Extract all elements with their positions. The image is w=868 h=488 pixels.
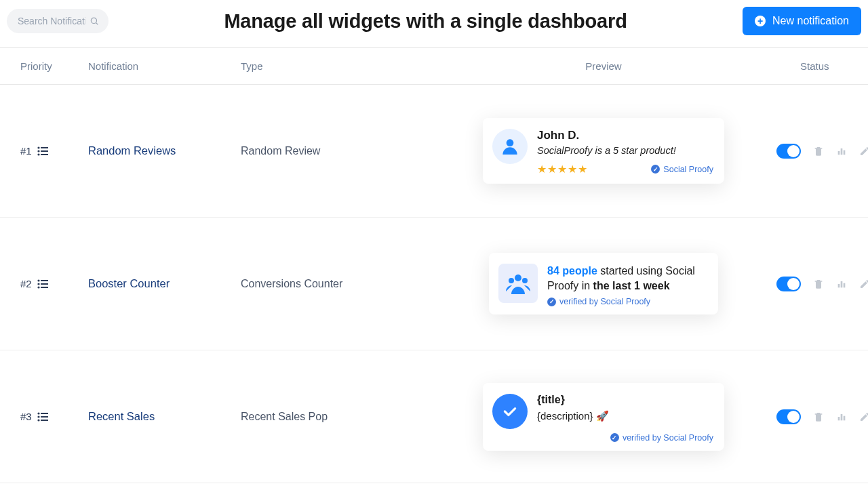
- priority-cell: #1: [20, 145, 88, 157]
- col-type: Type: [241, 60, 444, 72]
- svg-rect-10: [841, 148, 843, 155]
- verified-badge: verified by Social Proofy: [537, 433, 713, 443]
- new-notification-label: New notification: [772, 15, 849, 27]
- svg-rect-11: [844, 150, 846, 155]
- sales-description: {description} 🚀: [537, 410, 713, 422]
- svg-point-8: [507, 139, 514, 146]
- col-status: Status: [763, 60, 868, 72]
- delete-icon[interactable]: [813, 279, 824, 289]
- preview-cell: 84 people started using Social Proofy in…: [444, 253, 763, 314]
- status-toggle[interactable]: [776, 144, 801, 159]
- svg-rect-21: [838, 284, 840, 287]
- verified-badge: Social Proofy: [651, 165, 713, 174]
- notification-type: Random Review: [241, 145, 444, 157]
- svg-rect-3: [41, 147, 48, 148]
- priority-number: #1: [20, 145, 32, 157]
- col-preview: Preview: [444, 60, 763, 72]
- search-icon: [90, 16, 99, 26]
- star-rating-icon: ★★★★★: [537, 163, 588, 176]
- sales-title: {title}: [537, 394, 713, 406]
- col-notification: Notification: [88, 60, 241, 72]
- status-toggle[interactable]: [776, 277, 801, 291]
- svg-rect-23: [844, 283, 846, 287]
- col-priority: Priority: [20, 60, 88, 72]
- checkmark-circle-icon: [492, 394, 528, 429]
- delete-icon[interactable]: [813, 146, 824, 157]
- notification-name-link[interactable]: Booster Counter: [88, 277, 241, 290]
- svg-rect-22: [841, 281, 843, 287]
- svg-point-0: [91, 18, 96, 23]
- verified-badge: verified by Social Proofy: [547, 297, 707, 306]
- preview-cell: {title} {description} 🚀 verified by Soci…: [444, 383, 763, 451]
- table-row: #1 Random Reviews Random Review John D. …: [0, 85, 868, 218]
- svg-rect-13: [41, 280, 48, 281]
- table-row: #2 Booster Counter Conversions Counter 8…: [0, 218, 868, 350]
- preview-card-sales: {title} {description} 🚀 verified by Soci…: [483, 383, 724, 451]
- svg-point-14: [37, 283, 39, 285]
- status-toggle[interactable]: [776, 409, 801, 424]
- svg-rect-25: [41, 413, 48, 414]
- drag-handle-icon[interactable]: [37, 279, 48, 289]
- edit-icon[interactable]: [859, 279, 868, 289]
- svg-point-24: [37, 412, 39, 414]
- notification-name-link[interactable]: Recent Sales: [88, 410, 241, 423]
- svg-point-16: [37, 286, 39, 288]
- plus-icon: +: [755, 16, 766, 26]
- priority-number: #3: [20, 411, 32, 422]
- priority-cell: #2: [20, 278, 88, 289]
- people-icon: [498, 264, 538, 303]
- checkmark-icon: [547, 298, 556, 306]
- svg-rect-31: [841, 414, 843, 420]
- svg-point-26: [37, 415, 39, 418]
- svg-rect-32: [844, 415, 846, 420]
- svg-rect-27: [41, 416, 48, 418]
- preview-cell: John D. SocialProofy is a 5 star product…: [444, 118, 763, 184]
- analytics-icon[interactable]: [836, 146, 847, 157]
- svg-point-2: [37, 146, 39, 148]
- status-cell: [763, 277, 868, 291]
- drag-handle-icon[interactable]: [37, 146, 48, 156]
- svg-point-6: [37, 153, 39, 155]
- notification-type: Recent Sales Pop: [241, 411, 444, 423]
- svg-point-28: [37, 419, 39, 421]
- checkmark-icon: [610, 433, 619, 442]
- new-notification-button[interactable]: + New notification: [743, 7, 861, 35]
- svg-rect-17: [41, 287, 48, 288]
- analytics-icon[interactable]: [836, 279, 847, 289]
- table-header: Priority Notification Type Preview Statu…: [0, 48, 868, 85]
- preview-card-booster: 84 people started using Social Proofy in…: [489, 253, 718, 314]
- review-text: SocialProofy is a 5 star product!: [537, 145, 713, 156]
- table-row: #3 Recent Sales Recent Sales Pop {title}…: [0, 350, 868, 483]
- svg-rect-30: [838, 417, 840, 420]
- review-author: John D.: [537, 129, 713, 142]
- delete-icon[interactable]: [813, 411, 824, 422]
- svg-line-1: [96, 23, 98, 25]
- status-cell: [763, 409, 868, 424]
- edit-icon[interactable]: [859, 411, 868, 422]
- svg-rect-15: [41, 283, 48, 285]
- svg-rect-9: [838, 151, 840, 155]
- svg-point-12: [37, 279, 39, 281]
- svg-point-18: [515, 274, 521, 281]
- priority-number: #2: [20, 278, 32, 289]
- svg-rect-5: [41, 150, 48, 152]
- svg-point-19: [509, 278, 514, 283]
- checkmark-icon: [651, 165, 660, 174]
- search-wrap: [7, 9, 108, 33]
- booster-text: 84 people started using Social Proofy in…: [547, 264, 707, 293]
- svg-point-4: [37, 150, 39, 152]
- page-title: Manage all widgets with a single dashboa…: [108, 10, 743, 33]
- notification-type: Conversions Counter: [241, 278, 444, 290]
- drag-handle-icon[interactable]: [37, 412, 48, 422]
- svg-rect-29: [41, 420, 48, 421]
- edit-icon[interactable]: [859, 146, 868, 157]
- svg-rect-7: [41, 154, 48, 155]
- notification-name-link[interactable]: Random Reviews: [88, 144, 241, 157]
- priority-cell: #3: [20, 411, 88, 422]
- svg-point-20: [522, 278, 528, 283]
- status-cell: [763, 144, 868, 159]
- preview-card-review: John D. SocialProofy is a 5 star product…: [483, 118, 724, 184]
- avatar-icon: [492, 129, 528, 164]
- analytics-icon[interactable]: [836, 411, 847, 422]
